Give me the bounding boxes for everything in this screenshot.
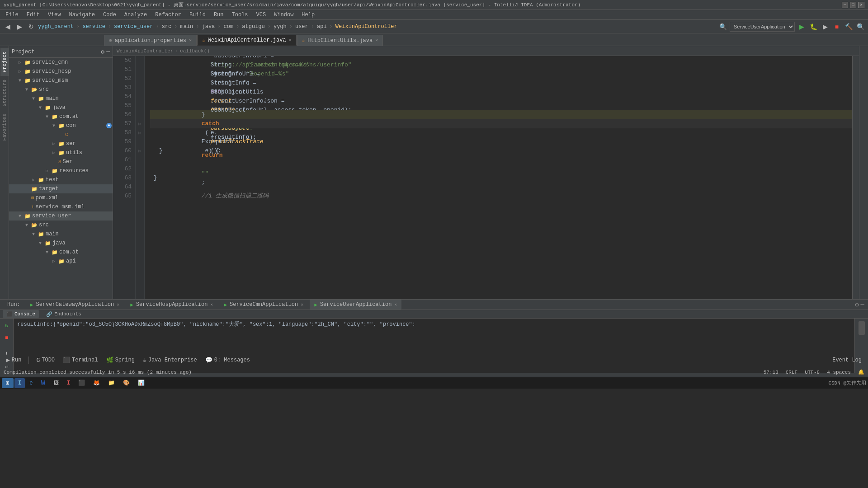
start-button[interactable]: ⊞: [2, 378, 14, 388]
tree-item-service-cmn[interactable]: ▷ 📁 service_cmn: [9, 58, 113, 67]
tree-item-msm-main[interactable]: ▼ 📁 main: [9, 94, 113, 103]
sidebar-hide-icon[interactable]: ─: [106, 48, 110, 56]
taskbar-app3[interactable]: 🖼: [50, 378, 62, 388]
menu-analyze[interactable]: Analyze: [121, 11, 151, 19]
tree-item-user-com-at[interactable]: ▼ 📁 com.at: [9, 248, 113, 257]
breadcrumb-user[interactable]: user: [295, 23, 308, 30]
menu-file[interactable]: File: [2, 11, 22, 19]
taskbar-idea[interactable]: I: [14, 378, 25, 388]
close-button[interactable]: ✕: [858, 2, 864, 8]
taskbar-explorer[interactable]: 📁: [104, 378, 118, 388]
event-log-button[interactable]: Event Log: [830, 356, 864, 364]
taskbar-word[interactable]: W: [37, 378, 49, 388]
tree-item-msm-src[interactable]: ▼ 📂 src: [9, 85, 113, 94]
toolbar-search[interactable]: 🔍: [855, 22, 865, 32]
menu-edit[interactable]: Edit: [23, 11, 43, 19]
run-tab-service-cmn[interactable]: ▶ ServiceCmnApplication ✕: [219, 300, 308, 310]
run-with-coverage[interactable]: ▶: [820, 22, 830, 32]
run-restart-button[interactable]: ↻: [2, 320, 12, 330]
tree-item-msm-java[interactable]: ▼ 📁 java: [9, 103, 113, 112]
breadcrumb-service[interactable]: service: [82, 23, 105, 30]
tree-item-target[interactable]: 📁 target: [9, 184, 113, 193]
tree-item-con[interactable]: ▼ 📁 con ●: [9, 121, 113, 130]
breadcrumb-yygh-parent[interactable]: yygh_parent: [38, 23, 74, 30]
console-tab-endpoints[interactable]: 🔗 Endpoints: [42, 310, 85, 318]
encoding[interactable]: UTF-8: [805, 370, 820, 375]
tree-item-service-hosp[interactable]: ▷ 📁 service_hosp: [9, 67, 113, 76]
refresh-button[interactable]: ↻: [26, 22, 36, 32]
indent-size[interactable]: 4 spaces: [827, 370, 851, 375]
breadcrumb-src[interactable]: src: [162, 23, 172, 30]
tab-application-properties[interactable]: ⚙ application.properties ✕: [104, 35, 197, 46]
taskbar-terminal[interactable]: ⬛: [75, 378, 89, 388]
code-lines[interactable]: String baseUserInfoUrl = "https://api.we…: [145, 56, 852, 299]
vert-tab-favorites[interactable]: Favorites: [0, 110, 9, 144]
messages-button[interactable]: 💬 0: Messages: [203, 356, 253, 365]
line-ending[interactable]: CRLF: [786, 370, 797, 375]
fold-arrow-57[interactable]: ▷: [138, 121, 141, 127]
tree-item-test[interactable]: ▷ 📁 test: [9, 175, 113, 184]
tab-close-weixin-api[interactable]: ✕: [289, 38, 292, 42]
tree-item-resources[interactable]: ▷ 📁 resources: [9, 166, 113, 175]
tab-close-application-properties[interactable]: ✕: [189, 38, 192, 43]
tree-item-ser[interactable]: ▷ 📁 ser: [9, 139, 113, 148]
minimize-button[interactable]: ─: [842, 2, 848, 8]
terminal-button[interactable]: ⬛ Terminal: [60, 356, 101, 365]
menu-help[interactable]: Help: [298, 11, 318, 19]
tree-item-pom-xml[interactable]: m pom.xml: [9, 193, 113, 202]
menu-view[interactable]: View: [44, 11, 65, 19]
run-tab-close-user[interactable]: ✕: [394, 302, 397, 307]
breadcrumb-service-user[interactable]: service_user: [114, 23, 153, 30]
run-toolbar-button[interactable]: ▶ Run: [4, 356, 24, 365]
run-gear-icon[interactable]: ⚙: [855, 301, 859, 309]
menu-tools[interactable]: Tools: [228, 11, 252, 19]
java-enterprise-button[interactable]: ☕ Java Enterprise: [140, 356, 200, 365]
code-editor[interactable]: 50 51 52 53 54 55 56 57 58 59 60 61 62 6…: [113, 56, 859, 299]
breadcrumb-main[interactable]: main: [180, 23, 193, 30]
breadcrumb-java[interactable]: java: [202, 23, 215, 30]
breadcrumb-controller[interactable]: WeixinApiController: [335, 23, 397, 30]
tree-item-ser-file[interactable]: S Ser: [9, 157, 113, 166]
breadcrumb-api[interactable]: api: [317, 23, 327, 30]
tree-item-user-main[interactable]: ▼ 📁 main: [9, 230, 113, 239]
console-tab-console[interactable]: ⬛ Console: [3, 310, 39, 318]
tree-item-user-api[interactable]: ▷ 📁 api: [9, 257, 113, 266]
build-button[interactable]: 🔨: [844, 22, 854, 32]
menu-vcs[interactable]: VCS: [253, 11, 270, 19]
fold-arrow-58[interactable]: ▷: [138, 130, 141, 136]
todo-button[interactable]: G TODO: [33, 356, 57, 365]
taskbar-chart[interactable]: 📊: [134, 378, 148, 388]
fold-arrow-60[interactable]: ▷: [138, 148, 141, 154]
menu-build[interactable]: Build: [186, 11, 209, 19]
breadcrumb-com[interactable]: com: [224, 23, 234, 30]
breadcrumb-yygh[interactable]: yygh: [274, 23, 287, 30]
search-button[interactable]: 🔍: [718, 22, 728, 32]
tree-item-user-src[interactable]: ▼ 📂 src: [9, 221, 113, 230]
stop-button[interactable]: ■: [832, 22, 842, 32]
tree-item-java-file[interactable]: C: [9, 130, 113, 139]
tab-close-httpclient[interactable]: ✕: [375, 38, 378, 43]
run-tab-server-gateway[interactable]: ▶ ServerGatewayApplication ✕: [26, 300, 124, 310]
tree-item-com-at[interactable]: ▼ 📁 com.at: [9, 112, 113, 121]
run-collapse-icon[interactable]: ─: [861, 301, 864, 308]
taskbar-intellij-alt[interactable]: I: [63, 378, 74, 388]
run-tab-service-hosp[interactable]: ▶ ServiceHospApplication ✕: [126, 300, 217, 310]
run-tab-service-user[interactable]: ▶ ServiceUserApplication ✕: [310, 300, 401, 310]
sidebar-settings-icon[interactable]: ⚙: [101, 48, 104, 56]
menu-refactor[interactable]: Refactor: [151, 11, 185, 19]
run-config-select[interactable]: ServiceUserApplication: [730, 22, 795, 32]
back-button[interactable]: ◀: [3, 22, 13, 32]
tree-item-service-msm-iml[interactable]: i service_msm.iml: [9, 202, 113, 211]
taskbar-browser-ie[interactable]: e: [26, 378, 36, 388]
menu-run[interactable]: Run: [210, 11, 227, 19]
tab-httpclient-utils[interactable]: ☕ HttpClientUtils.java ✕: [297, 35, 383, 46]
tree-item-user-java[interactable]: ▼ 📁 java: [9, 239, 113, 248]
run-button[interactable]: ▶: [797, 22, 807, 32]
tree-item-utils[interactable]: ▷ 📁 utils: [9, 148, 113, 157]
tree-item-service-user[interactable]: ▼ 📁 service_user: [9, 211, 113, 221]
run-stop-button[interactable]: ■: [2, 333, 12, 343]
run-tab-close-gateway[interactable]: ✕: [117, 302, 119, 307]
menu-navigate[interactable]: Navigate: [65, 11, 99, 19]
tree-item-service-msm[interactable]: ▼ 📁 service_msm: [9, 76, 113, 85]
vert-tab-project[interactable]: Project: [0, 48, 9, 76]
